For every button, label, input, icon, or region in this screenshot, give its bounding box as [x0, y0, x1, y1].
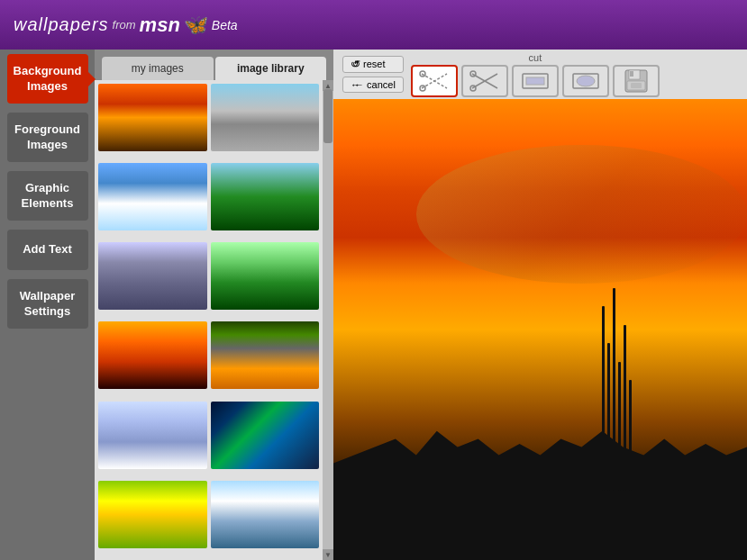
logo-from-text: from: [113, 18, 136, 32]
list-item[interactable]: [98, 242, 207, 310]
header: wallpapers from msn 🦋 Beta: [0, 0, 747, 50]
image-grid: [95, 80, 323, 560]
round-cut-tool[interactable]: [562, 65, 609, 97]
list-item[interactable]: [98, 481, 207, 548]
logo-msn-text: msn: [140, 14, 180, 37]
reed: [607, 343, 610, 491]
scrollbar-thumb[interactable]: [323, 89, 333, 143]
scissors-dotted-icon: [418, 70, 451, 92]
svg-point-11: [577, 76, 595, 86]
list-item[interactable]: [98, 84, 207, 151]
sidebar-item-background-images[interactable]: Background Images: [7, 54, 88, 104]
sidebar-item-add-text[interactable]: Add Text: [7, 230, 88, 270]
list-item[interactable]: [211, 163, 320, 230]
list-item[interactable]: [211, 242, 320, 310]
scissors-icon: [469, 70, 501, 92]
sidebar-item-foreground-images[interactable]: Foreground Images: [7, 113, 88, 162]
sidebar-item-graphic-elements[interactable]: Graphic Elements: [7, 171, 88, 221]
image-grid-container: ▲ ▼: [95, 80, 333, 560]
preview-panel: ↺ ↺ reset ← ← cancel cut: [333, 50, 747, 560]
center-panel: my images image library: [95, 50, 333, 560]
butterfly-icon: 🦋: [184, 14, 208, 37]
list-item[interactable]: [98, 402, 207, 469]
reed: [613, 288, 615, 491]
cancel-button[interactable]: ← ← cancel: [342, 77, 404, 93]
reset-button[interactable]: ↺ ↺ reset: [342, 56, 404, 73]
list-item[interactable]: [98, 163, 207, 230]
list-item[interactable]: [211, 481, 320, 548]
scroll-down-arrow[interactable]: ▼: [323, 549, 333, 560]
sidebar: Background Images Foreground Images Grap…: [0, 50, 95, 560]
cut-label: cut: [529, 52, 542, 63]
logo-beta-text: Beta: [212, 18, 238, 32]
main-layout: Background Images Foreground Images Grap…: [0, 50, 747, 560]
save-button[interactable]: [613, 65, 660, 97]
svg-rect-14: [630, 71, 633, 77]
list-item[interactable]: [211, 321, 320, 389]
list-item[interactable]: [98, 321, 207, 389]
svg-rect-16: [631, 83, 642, 88]
reed: [629, 380, 632, 491]
scissors-dotted-tool[interactable]: [411, 65, 458, 97]
list-item[interactable]: [211, 402, 320, 469]
cut-tools-row: [411, 65, 660, 97]
scissors-tool[interactable]: [461, 65, 508, 97]
preview-image: [333, 99, 747, 560]
rect-cut-icon: [519, 70, 551, 92]
tool-buttons-group: cut: [411, 52, 660, 97]
round-cut-icon: [569, 70, 602, 92]
preview-clouds: [416, 145, 747, 284]
rect-cut-tool[interactable]: [512, 65, 559, 97]
tabs-bar: my images image library: [95, 50, 333, 80]
tab-image-library[interactable]: image library: [215, 57, 327, 80]
app-logo: wallpapers from msn 🦋 Beta: [14, 14, 238, 37]
scrollbar-track[interactable]: ▲ ▼: [323, 80, 333, 560]
reed: [624, 325, 626, 491]
tab-my-images[interactable]: my images: [102, 57, 214, 80]
svg-rect-9: [526, 77, 544, 85]
reed: [618, 362, 621, 491]
preview-reeds: [602, 306, 685, 491]
list-item[interactable]: [211, 84, 320, 151]
reset-cancel-group: ↺ ↺ reset ← ← cancel: [342, 56, 404, 93]
logo-wallpapers-text: wallpapers: [14, 14, 109, 35]
sidebar-item-wallpaper-settings[interactable]: Wallpaper Settings: [7, 279, 88, 329]
save-icon: [624, 68, 649, 94]
reed: [602, 306, 605, 491]
toolbar: ↺ ↺ reset ← ← cancel cut: [333, 50, 747, 99]
